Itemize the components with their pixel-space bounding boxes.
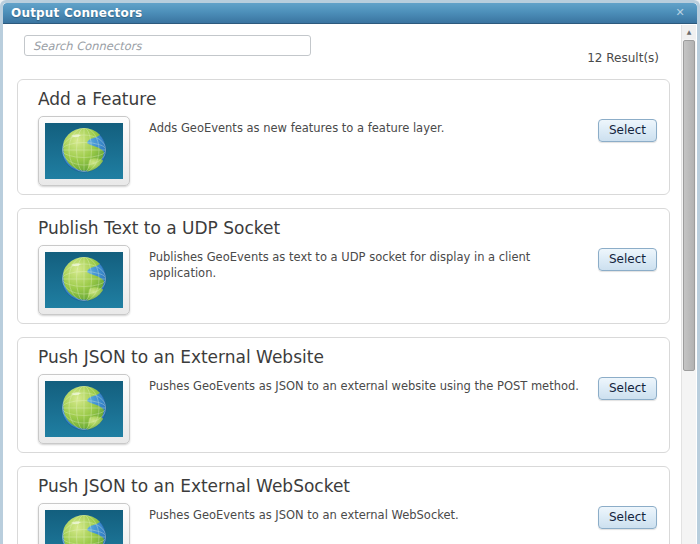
select-button[interactable]: Select (598, 506, 657, 529)
connector-title: Add a Feature (38, 89, 657, 109)
scroll-up-arrow-icon[interactable]: ▲ (682, 25, 696, 39)
connector-description: Publishes GeoEvents as text to a UDP soc… (149, 250, 582, 281)
connector-title: Push JSON to an External WebSocket (38, 476, 657, 496)
connector-card: Push JSON to an External Website (17, 337, 670, 453)
connector-title: Push JSON to an External Website (38, 347, 657, 367)
connector-description: Pushes GeoEvents as JSON to an external … (149, 508, 582, 524)
connector-list: Add a Feature (17, 79, 670, 544)
scrollbar-thumb[interactable] (683, 40, 695, 371)
output-connectors-dialog: Output Connectors ✕ 12 Result(s) Add a F… (0, 0, 700, 544)
vertical-scrollbar[interactable]: ▲ (681, 25, 696, 544)
connector-card: Publish Text to a UDP Socket (17, 208, 670, 324)
connector-card: Add a Feature (17, 79, 670, 195)
dialog-title: Output Connectors (3, 6, 142, 20)
globe-icon (59, 126, 109, 176)
dialog-content: 12 Result(s) Add a Feature (3, 24, 697, 544)
connector-title: Publish Text to a UDP Socket (38, 218, 657, 238)
results-count: 12 Result(s) (587, 51, 659, 65)
globe-icon (59, 384, 109, 434)
dialog-titlebar: Output Connectors ✕ (3, 3, 697, 24)
connector-description: Pushes GeoEvents as JSON to an external … (149, 379, 582, 395)
globe-thumbnail (38, 503, 130, 544)
globe-thumbnail (38, 245, 130, 315)
select-button[interactable]: Select (598, 248, 657, 271)
globe-thumbnail (38, 374, 130, 444)
select-button[interactable]: Select (598, 377, 657, 400)
globe-icon (59, 255, 109, 305)
select-button[interactable]: Select (598, 119, 657, 142)
close-icon[interactable]: ✕ (672, 5, 688, 21)
connector-description: Adds GeoEvents as new features to a feat… (149, 121, 582, 137)
globe-thumbnail (38, 116, 130, 186)
search-input[interactable] (24, 35, 311, 56)
connector-card: Push JSON to an External WebSocket (17, 466, 670, 544)
globe-icon (59, 513, 109, 544)
